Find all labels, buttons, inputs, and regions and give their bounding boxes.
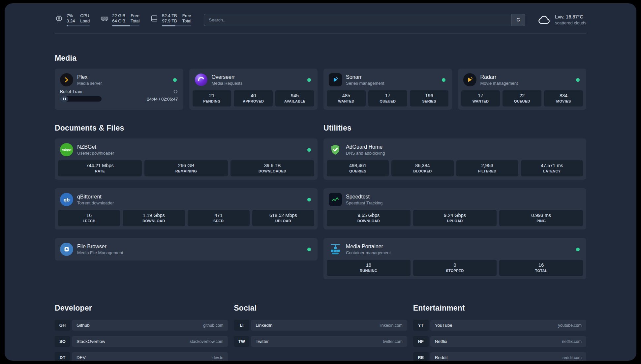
stat-label: DOWNLOAD [328,219,409,224]
playback-time: 24:44 / 02:06:47 [147,97,178,102]
memory-usage-bar-fill [112,25,130,26]
section-utilities: Utilities AdGuard Home [323,124,586,279]
service-card-portainer[interactable]: Media Portainer Container management 16 … [323,238,586,279]
service-card-overseerr[interactable]: Overseerr Media Requests 21 PENDING 40 A… [189,69,318,110]
memory-usage-bar [112,25,139,26]
service-card-qbittorrent[interactable]: qb qBittorrent Torrent downloader 16 [55,188,318,229]
stat-label: SERIES [411,99,447,104]
stat-tile: 744.21 Mbps RATE [58,160,142,176]
status-dot [307,248,311,251]
now-playing-title: Bullet Train [60,89,82,94]
service-name: qBittorrent [77,194,114,200]
stat-value: 0 [414,262,496,268]
bookmark-url: twitter.com [383,339,403,344]
bookmark-dev[interactable]: DT DEV dev.to [55,352,228,361]
cpu-usage-bar-fill [67,25,68,26]
service-name: File Browser [77,243,123,250]
bookmark-name: Twitter [256,339,269,344]
weather-condition: scattered clouds [555,20,586,26]
service-description: DNS and adblocking [346,150,385,156]
stat-value: 16 [501,262,582,268]
stat-tile: 618.52 Mbps UPLOAD [252,210,314,226]
cpu-usage-value: 7% [67,13,75,18]
bookmark-youtube[interactable]: YT YouTube youtube.com [413,320,586,331]
stat-value: 498,461 [328,163,387,169]
stat-tile: 22 QUEUED [503,90,541,106]
bookmark-body: StackOverflow stackoverflow.com [72,336,228,347]
bookmark-url: reddit.com [563,355,582,360]
service-card-adguard[interactable]: AdGuard Home DNS and adblocking 498,461 … [323,138,586,180]
bookmark-name: DEV [76,355,86,360]
stat-tile: 2,953 FILTERED [456,160,518,176]
stat-tile: 16 RUNNING [327,260,411,276]
stat-value: 22 [504,93,540,99]
stat-label: STOPPED [414,268,496,273]
bookmark-github[interactable]: GH Github github.com [55,320,228,331]
stat-label: PENDING [194,99,230,104]
service-name: Radarr [480,74,518,80]
playback-progress-bar[interactable] [60,96,102,102]
stat-value: 744.21 Mbps [59,163,140,169]
stat-tile: 17 QUEUED [368,90,407,106]
stat-tile: 196 SERIES [410,90,449,106]
stat-value: 1.19 Gbps [124,212,183,219]
stat-value: 266 GB [146,163,227,169]
service-card-radarr[interactable]: Radarr Movie management 17 WANTED 22 QUE… [458,69,587,110]
pause-icon[interactable] [63,98,66,100]
search-provider-button[interactable]: G [511,14,525,26]
bookmark-netflix[interactable]: NF Netflix netflix.com [413,336,586,347]
stat-label: QUEUED [370,99,406,104]
stat-tile: 47.571 ms LATENCY [521,160,583,176]
bookmark-twitter[interactable]: TW Twitter twitter.com [234,336,407,347]
stat-value: 16 [59,212,119,219]
bookmark-body: Reddit reddit.com [430,352,586,361]
memory-total-label: Total [131,18,139,24]
section-title-media: Media [55,54,586,63]
stat-tile: 485 WANTED [327,90,366,106]
memory-free-label: Free [131,13,139,18]
search-input[interactable] [204,14,511,26]
disk-icon [150,14,159,23]
service-name: NZBGet [77,144,114,150]
settings-gear-icon[interactable] [173,89,178,94]
stat-value: 834 [545,93,582,99]
bookmark-abbr: GH [55,320,70,331]
bookmark-group-social: Social LI LinkedIn linkedin.com TW Twitt… [234,304,407,361]
bookmark-abbr: SO [55,336,70,347]
stat-value: 196 [411,93,447,99]
filebrowser-icon [60,243,73,256]
status-dot [173,78,177,82]
service-card-filebrowser[interactable]: File Browser Media File Management [55,238,318,260]
bookmark-abbr: TW [234,336,249,347]
service-description: Media server [77,80,102,86]
stat-tile: 1.19 Gbps DOWNLOAD [123,210,185,226]
bookmark-body: LinkedIn linkedin.com [251,320,407,331]
service-card-nzbget[interactable]: nzbget NZBGet Usenet downloader 744.21 M… [55,138,318,180]
bookmark-stackoverflow[interactable]: SO StackOverflow stackoverflow.com [55,336,228,347]
bookmark-linkedin[interactable]: LI LinkedIn linkedin.com [234,320,407,331]
service-card-plex[interactable]: Plex Media server Bullet Train [55,69,183,110]
stat-label: RATE [59,169,140,174]
cpu-load-value: 3.24 [67,18,75,24]
disk-widget: 52.4 TB 97.9 TB Free Total [150,13,191,26]
bookmark-reddit[interactable]: RE Reddit reddit.com [413,352,586,361]
service-card-sonarr[interactable]: Sonarr Series management 485 WANTED 17 Q… [323,69,452,110]
cpu-icon [55,14,63,23]
stat-tile: 21 PENDING [193,90,231,106]
section-title-social: Social [234,304,407,313]
stat-label: TOTAL [501,268,582,273]
service-description: Torrent downloader [77,200,114,206]
radarr-icon [463,73,476,86]
cloud-icon [538,13,551,26]
status-dot [307,78,311,82]
bookmark-name: LinkedIn [256,323,272,328]
bookmark-url: github.com [203,323,223,328]
bookmark-body: Netflix netflix.com [430,336,586,347]
portainer-icon [329,243,342,256]
service-card-speedtest[interactable]: Speedtest Speedtest Tracking 9.65 Gbps D… [323,188,586,229]
stat-value: 21 [194,93,230,99]
section-media: Media Plex Media server [55,54,586,110]
service-description: Media File Management [77,250,123,256]
stat-label: WANTED [463,99,499,104]
bookmark-url: netflix.com [562,339,582,344]
